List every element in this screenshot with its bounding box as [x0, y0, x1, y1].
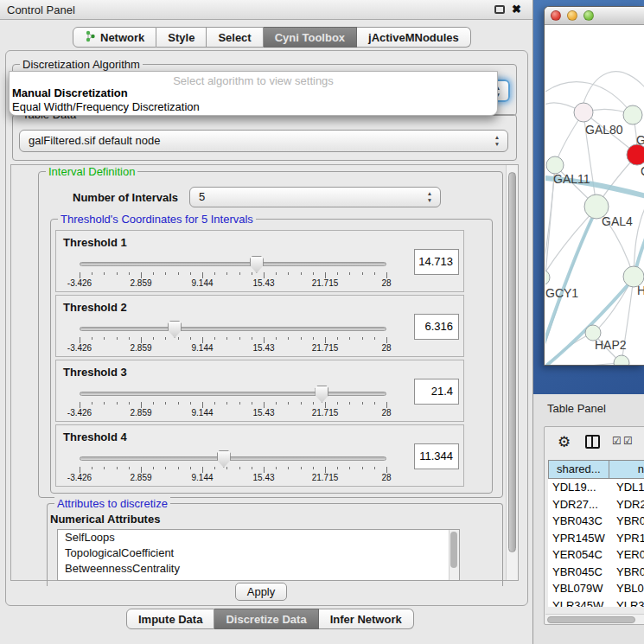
network-node[interactable]	[574, 103, 593, 122]
tab-label: Network	[100, 31, 144, 44]
table-row[interactable]: YDL19...YDL1	[548, 479, 644, 496]
columns-icon[interactable]	[585, 435, 600, 449]
scrollbar-thumb[interactable]	[450, 532, 457, 568]
table-row[interactable]: YBR043CYBR0	[548, 513, 644, 530]
threshold-slider-track[interactable]	[80, 327, 386, 331]
node-label: GAL11	[553, 172, 590, 186]
slider-ticks	[80, 402, 387, 408]
scrollbar-thumb[interactable]	[547, 616, 635, 623]
tab-discretize-data[interactable]: Discretize Data	[214, 609, 318, 629]
tab-label: Style	[168, 31, 194, 44]
numerical-attributes-list[interactable]: SelfLoopsTopologicalCoefficientBetweenne…	[57, 529, 460, 581]
tab-label: jActiveMNodules	[368, 31, 459, 44]
checkbox-checked-icon[interactable]: ☑	[623, 435, 633, 447]
table-row[interactable]: YBR045CYBR0	[548, 564, 644, 581]
column-header-name[interactable]: n	[609, 460, 644, 479]
gear-icon[interactable]: ⚙	[558, 433, 571, 451]
node-label: GAL80	[585, 123, 623, 137]
threshold-slider-handle[interactable]	[217, 450, 231, 468]
slider-ticks	[80, 272, 387, 278]
table-row[interactable]: YER054CYER0	[548, 546, 644, 564]
mac-minimize-icon[interactable]	[567, 10, 577, 21]
attribute-list-item[interactable]: SelfLoops	[58, 530, 459, 545]
threshold-value-field[interactable]: 11.344	[414, 443, 459, 469]
tab-label: Impute Data	[138, 613, 202, 626]
tab-cyni-toolbox[interactable]: Cyni Toolbox	[264, 27, 357, 48]
network-node[interactable]	[546, 156, 564, 174]
scrollbar-thumb[interactable]	[508, 172, 516, 552]
num-intervals-combobox[interactable]: 5 ▲▼	[189, 187, 441, 207]
threshold-panel: Threshold 1 -3.4262.8599.14415.4321.7152…	[55, 230, 464, 292]
tab-jactivemnodules[interactable]: jActiveMNodules	[357, 27, 471, 48]
slider-ticks	[80, 467, 387, 473]
network-node[interactable]	[627, 144, 644, 165]
node-label: HAP2	[595, 338, 627, 352]
tab-network[interactable]: Network	[73, 27, 156, 48]
table-data-selected-value: galFiltered.sif default node	[29, 134, 160, 147]
network-canvas[interactable]: GAL80GACGAL11GAL4GCY1HHAP2	[545, 25, 644, 366]
threshold-label: Threshold 4	[63, 430, 127, 443]
node-label: GAL4	[602, 214, 633, 228]
tab-select[interactable]: Select	[207, 27, 263, 48]
column-header-shared-name[interactable]: shared...	[548, 460, 609, 479]
float-window-icon[interactable]	[494, 5, 505, 14]
control-panel-titlebar: Control Panel ✖	[0, 0, 532, 20]
network-window-titlebar	[545, 7, 644, 25]
thresholds-group-label: Threshold's Coordinates for 5 Intervals	[58, 213, 256, 226]
close-icon[interactable]: ✖	[512, 3, 521, 16]
attributes-group-label: Attributes to discretize	[54, 497, 170, 510]
apply-button[interactable]: Apply	[235, 583, 287, 601]
slider-tick-labels: -3.4262.8599.14415.4321.71528	[80, 408, 387, 418]
table-horizontal-scrollbar[interactable]	[545, 614, 644, 624]
threshold-slider-track[interactable]	[80, 392, 386, 396]
tab-label: Select	[218, 31, 251, 44]
table-header-row: shared... n	[548, 460, 644, 479]
tab-style[interactable]: Style	[156, 27, 207, 48]
threshold-slider-handle[interactable]	[250, 256, 264, 273]
threshold-label: Threshold 2	[63, 301, 127, 314]
table-data-combobox[interactable]: galFiltered.sif default node ▲▼	[19, 130, 508, 152]
mac-close-icon[interactable]	[551, 10, 561, 21]
discretization-algorithm-group-label: Discretization Algorithm	[20, 58, 143, 71]
threshold-value-field[interactable]: 21.4	[414, 379, 459, 405]
threshold-slider-handle[interactable]	[168, 321, 182, 338]
tab-label: Infer Network	[330, 613, 402, 626]
threshold-slider-handle[interactable]	[315, 386, 328, 403]
table-row[interactable]: YBL079WYBL0	[548, 580, 644, 597]
settings-vertical-scrollbar[interactable]	[506, 165, 518, 580]
top-tab-bar: NetworkStyleSelectCyni ToolboxjActiveMNo…	[73, 27, 471, 48]
table-panel: Table Panel ⚙ ☑ ☑ shared... n YDL19...YD…	[533, 394, 644, 644]
network-node[interactable]	[623, 105, 642, 124]
table-row[interactable]: YDR27...YDR2	[548, 496, 644, 513]
threshold-value-field[interactable]: 14.713	[414, 249, 459, 275]
tab-impute-data[interactable]: Impute Data	[126, 609, 214, 629]
algorithm-dropdown-popup: Select algorithm to view settings Manual…	[9, 71, 498, 116]
algorithm-option-equal-width[interactable]: Equal Width/Frequency Discretization	[10, 100, 497, 114]
numerical-attributes-label: Numerical Attributes	[50, 513, 160, 526]
threshold-label: Threshold 3	[63, 366, 127, 379]
bottom-tab-bar: Impute DataDiscretize DataInfer Network	[126, 609, 414, 629]
node-label: GCY1	[545, 286, 578, 300]
threshold-slider-track[interactable]	[80, 456, 386, 461]
network-view-window: GAL80GACGAL11GAL4GCY1HHAP2	[544, 6, 644, 366]
threshold-slider-track[interactable]	[80, 262, 386, 266]
table-row[interactable]: YPR145WYPR1	[548, 530, 644, 547]
network-node[interactable]	[614, 355, 629, 366]
network-node[interactable]	[545, 270, 550, 285]
slider-tick-labels: -3.4262.8599.14415.4321.71528	[80, 343, 387, 354]
attribute-list-item[interactable]: TopologicalCoefficient	[58, 545, 459, 561]
slider-tick-labels: -3.4262.8599.14415.4321.71528	[80, 473, 387, 483]
combo-spinner-icon: ▲▼	[425, 190, 434, 204]
mac-zoom-icon[interactable]	[583, 10, 594, 21]
algorithm-option-manual[interactable]: Manual Discretization	[10, 86, 497, 100]
threshold-label: Threshold 1	[63, 236, 127, 249]
checkbox-checked-icon[interactable]: ☑	[612, 435, 622, 447]
attribute-list-item[interactable]: BetweennessCentrality	[58, 561, 459, 577]
attributes-list-scrollbar[interactable]	[449, 530, 459, 580]
network-graph: GAL80GACGAL11GAL4GCY1HHAP2	[545, 25, 644, 366]
threshold-value-field[interactable]: 6.316	[414, 314, 459, 340]
table-row[interactable]: YLR345WYLR3	[548, 597, 644, 608]
node-label: H	[637, 284, 644, 297]
tab-infer-network[interactable]: Infer Network	[319, 609, 414, 629]
threshold-list: Threshold 1 -3.4262.8599.14415.4321.7152…	[55, 230, 464, 489]
